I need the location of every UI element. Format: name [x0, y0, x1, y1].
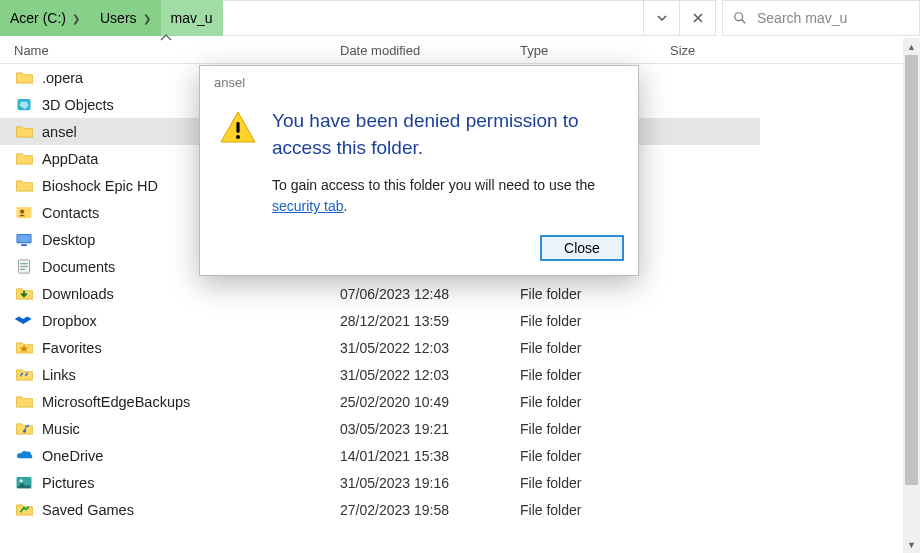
column-headers: Name Date modified Type Size [0, 38, 920, 64]
links-icon [14, 365, 34, 385]
warning-icon [218, 108, 258, 217]
file-row[interactable]: Pictures31/05/2023 19:16File folder [0, 469, 920, 496]
file-name: Favorites [42, 340, 340, 356]
file-name: Pictures [42, 475, 340, 491]
history-dropdown-button[interactable] [643, 1, 679, 35]
dialog-text-after: . [344, 198, 348, 214]
folder-icon [14, 176, 34, 196]
file-type: File folder [520, 448, 581, 464]
3d-icon [14, 95, 34, 115]
file-date: 25/02/2020 10:49 [340, 394, 520, 410]
search-placeholder: Search mav_u [757, 10, 847, 26]
file-date: 31/05/2022 12:03 [340, 367, 520, 383]
svg-point-0 [735, 13, 743, 21]
file-row[interactable]: Favorites31/05/2022 12:03File folder [0, 334, 920, 361]
dropbox-icon [14, 311, 34, 331]
folder-icon [14, 149, 34, 169]
address-bar: Acer (C:) ❯ Users ❯ mav_u Search mav_u [0, 0, 920, 36]
file-row[interactable]: Music03/05/2023 19:21File folder [0, 415, 920, 442]
address-bar-spacer [223, 0, 716, 36]
desktop-icon [14, 230, 34, 250]
file-type: File folder [520, 475, 581, 491]
file-row[interactable]: Links31/05/2022 12:03File folder [0, 361, 920, 388]
breadcrumb-label: mav_u [171, 10, 213, 26]
file-date: 14/01/2021 15:38 [340, 448, 520, 464]
column-size[interactable]: Size [670, 43, 695, 58]
file-row[interactable]: OneDrive14/01/2021 15:38File folder [0, 442, 920, 469]
security-tab-link[interactable]: security tab [272, 198, 344, 214]
file-date: 07/06/2023 12:48 [340, 286, 520, 302]
breadcrumb-users[interactable]: Users ❯ [90, 0, 161, 36]
file-name: Links [42, 367, 340, 383]
sort-indicator-icon [160, 32, 172, 43]
file-type: File folder [520, 313, 581, 329]
svg-rect-2 [236, 122, 239, 133]
file-name: Dropbox [42, 313, 340, 329]
file-date: 28/12/2021 13:59 [340, 313, 520, 329]
file-name: MicrosoftEdgeBackups [42, 394, 340, 410]
breadcrumb: Acer (C:) ❯ Users ❯ mav_u [0, 0, 223, 36]
dialog-title: ansel [200, 66, 638, 90]
svg-point-3 [236, 135, 240, 139]
scroll-thumb[interactable] [905, 55, 918, 485]
folder-icon [14, 122, 34, 142]
scrollbar[interactable]: ▲ ▼ [903, 38, 920, 553]
breadcrumb-current[interactable]: mav_u [161, 0, 223, 36]
file-type: File folder [520, 367, 581, 383]
file-type: File folder [520, 340, 581, 356]
file-row[interactable]: MicrosoftEdgeBackups25/02/2020 10:49File… [0, 388, 920, 415]
file-type: File folder [520, 502, 581, 518]
pic-icon [14, 473, 34, 493]
breadcrumb-label: Acer (C:) [10, 10, 66, 26]
folder-icon [14, 392, 34, 412]
file-row[interactable]: Dropbox28/12/2021 13:59File folder [0, 307, 920, 334]
folder-icon [14, 68, 34, 88]
file-type: File folder [520, 394, 581, 410]
file-name: Music [42, 421, 340, 437]
scroll-down-icon[interactable]: ▼ [903, 536, 920, 553]
fav-icon [14, 338, 34, 358]
down-icon [14, 284, 34, 304]
refresh-close-button[interactable] [679, 1, 715, 35]
file-date: 31/05/2023 19:16 [340, 475, 520, 491]
file-date: 31/05/2022 12:03 [340, 340, 520, 356]
close-button[interactable]: Close [540, 235, 624, 261]
file-name: OneDrive [42, 448, 340, 464]
file-date: 03/05/2023 19:21 [340, 421, 520, 437]
onedrive-icon [14, 446, 34, 466]
doc-icon [14, 257, 34, 277]
file-date: 27/02/2023 19:58 [340, 502, 520, 518]
file-type: File folder [520, 286, 581, 302]
column-name[interactable]: Name [14, 43, 340, 58]
search-input[interactable]: Search mav_u [722, 0, 920, 36]
dialog-message: To gain access to this folder you will n… [272, 175, 618, 217]
contacts-icon [14, 203, 34, 223]
scroll-up-icon[interactable]: ▲ [903, 38, 920, 55]
music-icon [14, 419, 34, 439]
svg-line-1 [742, 20, 746, 24]
dialog-text-before: To gain access to this folder you will n… [272, 177, 595, 193]
chevron-right-icon: ❯ [72, 13, 80, 24]
file-row[interactable]: Downloads07/06/2023 12:48File folder [0, 280, 920, 307]
permission-denied-dialog: ansel You have been denied permission to… [199, 65, 639, 276]
breadcrumb-label: Users [100, 10, 137, 26]
saved-icon [14, 500, 34, 520]
column-date[interactable]: Date modified [340, 43, 520, 58]
file-name: Downloads [42, 286, 340, 302]
chevron-right-icon: ❯ [143, 13, 151, 24]
dialog-heading: You have been denied permission to acces… [272, 108, 618, 161]
file-name: Saved Games [42, 502, 340, 518]
file-type: File folder [520, 421, 581, 437]
column-type[interactable]: Type [520, 43, 670, 58]
file-row[interactable]: Saved Games27/02/2023 19:58File folder [0, 496, 920, 523]
search-icon [733, 11, 747, 25]
breadcrumb-drive[interactable]: Acer (C:) ❯ [0, 0, 90, 36]
